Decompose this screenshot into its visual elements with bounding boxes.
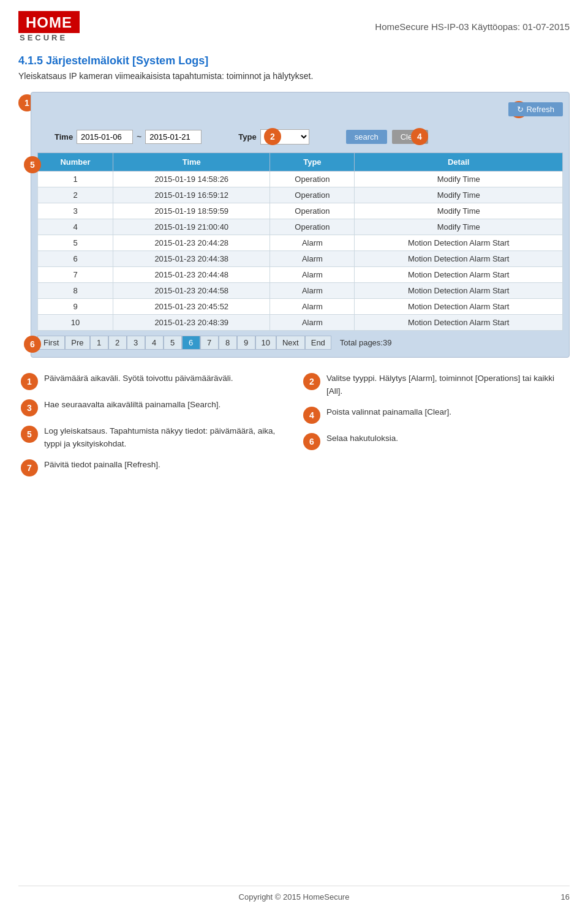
cell-number: 6 xyxy=(38,251,113,267)
refresh-icon: ↻ xyxy=(517,105,524,114)
cell-detail: Motion Detection Alarm Start xyxy=(355,251,563,267)
page-button-pre[interactable]: Pre xyxy=(65,336,89,350)
cell-type: Alarm xyxy=(270,251,355,267)
cell-time: 2015-01-19 16:59:12 xyxy=(113,187,270,203)
page-button-5[interactable]: 5 xyxy=(164,336,182,350)
refresh-button[interactable]: ↻ Refresh xyxy=(508,102,563,116)
panel-controls: 2 4 Time ~ Type All Alarm Operation sear… xyxy=(37,126,563,148)
table-row: 2 2015-01-19 16:59:12 Operation Modify T… xyxy=(38,187,563,203)
ann-badge-5: 5 xyxy=(21,426,38,443)
ann-text-4: Poista valinnat painamalla [Clear]. xyxy=(326,406,451,418)
cell-time: 2015-01-19 21:00:40 xyxy=(113,219,270,235)
col-detail: Detail xyxy=(355,153,563,171)
ann-badge-6: 6 xyxy=(303,433,320,450)
annotation-5: 5 Log yleiskatsaus. Tapahtumista näkyy t… xyxy=(21,425,285,450)
cell-time: 2015-01-19 18:59:59 xyxy=(113,203,270,219)
footer-copyright: Copyright © 2015 HomeSecure xyxy=(239,892,350,902)
ann-text-3: Hae seuraavalta aikaväliltä painamalla [… xyxy=(44,399,221,411)
cell-type: Operation xyxy=(270,171,355,187)
table-header-row: Number Time Type Detail xyxy=(38,153,563,171)
table-row: 5 2015-01-23 20:44:28 Alarm Motion Detec… xyxy=(38,235,563,251)
ann-text-2: Valitse tyyppi. Hälytys [Alarm], toiminn… xyxy=(326,372,567,397)
logs-panel: 7 ↻ Refresh 2 4 Time ~ Type All xyxy=(31,92,570,358)
cell-number: 4 xyxy=(38,219,113,235)
table-row: 3 2015-01-19 18:59:59 Operation Modify T… xyxy=(38,203,563,219)
search-button[interactable]: search xyxy=(346,130,387,144)
annotations-right: 2 Valitse tyyppi. Hälytys [Alarm], toimi… xyxy=(303,372,567,476)
footer: Copyright © 2015 HomeSecure xyxy=(18,886,570,902)
page-button-2[interactable]: 2 xyxy=(108,336,127,350)
ann-badge-1: 1 xyxy=(21,373,38,390)
cell-number: 7 xyxy=(38,267,113,283)
page-button-6[interactable]: 6 xyxy=(182,336,200,350)
page-button-first[interactable]: First xyxy=(37,336,65,350)
logo-box: HOME xyxy=(18,11,80,33)
cell-detail: Motion Detection Alarm Start xyxy=(355,315,563,331)
ann-text-1: Päivämäärä aikaväli. Syötä toivottu päiv… xyxy=(44,372,233,385)
cell-type: Alarm xyxy=(270,235,355,251)
cell-detail: Modify Time xyxy=(355,187,563,203)
pagination-bar: 6 FirstPre12345678910NextEnd Total pages… xyxy=(37,336,563,350)
ann-text-6: Selaa hakutuloksia. xyxy=(326,432,398,445)
table-row: 1 2015-01-19 14:58:26 Operation Modify T… xyxy=(38,171,563,187)
time-label: Time xyxy=(55,132,73,141)
page-number: 16 xyxy=(561,892,570,902)
tilde: ~ xyxy=(137,132,141,141)
annotation-1: 1 Päivämäärä aikaväli. Syötä toivottu pä… xyxy=(21,372,285,390)
cell-time: 2015-01-23 20:44:28 xyxy=(113,235,270,251)
logo-home: HOME xyxy=(26,15,72,31)
cell-detail: Modify Time xyxy=(355,171,563,187)
type-label: Type xyxy=(238,132,256,141)
table-row: 7 2015-01-23 20:44:48 Alarm Motion Detec… xyxy=(38,267,563,283)
cell-type: Alarm xyxy=(270,267,355,283)
page-button-3[interactable]: 3 xyxy=(127,336,145,350)
annotations-left: 1 Päivämäärä aikaväli. Syötä toivottu pä… xyxy=(21,372,285,476)
page-button-next[interactable]: Next xyxy=(276,336,305,350)
cell-detail: Motion Detection Alarm Start xyxy=(355,299,563,315)
col-type: Type xyxy=(270,153,355,171)
cell-type: Alarm xyxy=(270,299,355,315)
cell-number: 8 xyxy=(38,283,113,299)
ann-text-7: Päivitä tiedot painalla [Refresh]. xyxy=(44,459,160,471)
cell-detail: Motion Detection Alarm Start xyxy=(355,283,563,299)
refresh-label: Refresh xyxy=(526,105,554,114)
cell-type: Operation xyxy=(270,203,355,219)
page-button-end[interactable]: End xyxy=(305,336,331,350)
logo-secure: SECURE xyxy=(18,33,80,42)
ann-badge-2: 2 xyxy=(303,373,320,390)
table-row: 8 2015-01-23 20:44:58 Alarm Motion Detec… xyxy=(38,283,563,299)
cell-time: 2015-01-23 20:44:48 xyxy=(113,267,270,283)
page-button-1[interactable]: 1 xyxy=(90,336,108,350)
ann-badge-3: 3 xyxy=(21,399,38,416)
cell-number: 10 xyxy=(38,315,113,331)
table-row: 4 2015-01-19 21:00:40 Operation Modify T… xyxy=(38,219,563,235)
logo-area: HOME SECURE xyxy=(18,11,80,42)
annotation-3: 3 Hae seuraavalta aikaväliltä painamalla… xyxy=(21,399,285,416)
page-button-4[interactable]: 4 xyxy=(145,336,164,350)
annotation-7: 7 Päivitä tiedot painalla [Refresh]. xyxy=(21,459,285,476)
table-wrapper: 5 Number Time Type Detail 1 2015-01-19 1… xyxy=(37,152,563,331)
table-row: 6 2015-01-23 20:44:38 Alarm Motion Detec… xyxy=(38,251,563,267)
page-button-9[interactable]: 9 xyxy=(237,336,255,350)
badge-6: 6 xyxy=(24,336,41,353)
ann-badge-4: 4 xyxy=(303,407,320,424)
logs-panel-wrapper: 1 7 ↻ Refresh 2 4 Time ~ xyxy=(31,92,570,358)
page-button-7[interactable]: 7 xyxy=(200,336,219,350)
page-button-8[interactable]: 8 xyxy=(219,336,237,350)
cell-detail: Modify Time xyxy=(355,219,563,235)
date-to-input[interactable] xyxy=(145,130,202,144)
cell-time: 2015-01-23 20:48:39 xyxy=(113,315,270,331)
cell-number: 1 xyxy=(38,171,113,187)
col-number: Number xyxy=(38,153,113,171)
cell-type: Alarm xyxy=(270,315,355,331)
page-button-10[interactable]: 10 xyxy=(255,336,276,350)
date-from-input[interactable] xyxy=(77,130,133,144)
cell-number: 9 xyxy=(38,299,113,315)
annotation-4: 4 Poista valinnat painamalla [Clear]. xyxy=(303,406,567,424)
cell-type: Operation xyxy=(270,187,355,203)
cell-type: Operation xyxy=(270,219,355,235)
page-header: HOME SECURE HomeSecure HS-IP-03 Käyttöop… xyxy=(0,0,588,48)
pagination-buttons: FirstPre12345678910NextEnd xyxy=(37,336,331,350)
col-time: Time xyxy=(113,153,270,171)
cell-time: 2015-01-19 14:58:26 xyxy=(113,171,270,187)
